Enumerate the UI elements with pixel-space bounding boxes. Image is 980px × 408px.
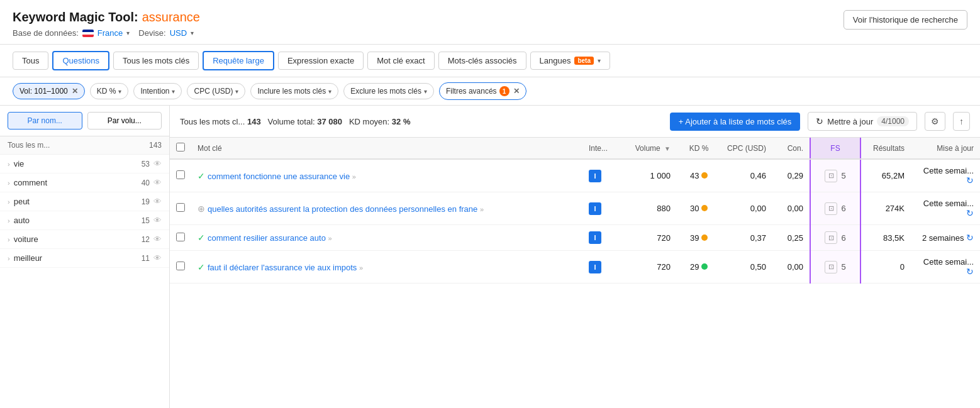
eye-icon[interactable]: 👁 — [153, 178, 162, 187]
row-checkbox[interactable] — [176, 233, 185, 241]
table-row: ✓comment resilier assurance auto » I 720… — [170, 225, 980, 251]
row-refresh-icon[interactable]: ↻ — [966, 175, 974, 185]
sidebar-item-auto[interactable]: › auto 15 👁 — [0, 211, 169, 230]
tab-tous-mots-cles[interactable]: Tous les mots clés — [113, 52, 199, 70]
keywords-table: Mot clé Inte... Volume ▼ KD % CPC (USD) … — [170, 138, 980, 284]
tab-langues[interactable]: Langues beta ▾ — [530, 52, 610, 70]
row-com-cell: 0,00 — [772, 251, 810, 284]
total-count: 143 — [247, 117, 261, 126]
row-fs-cell: ⊡ 6 — [810, 192, 860, 225]
vol-chip-label: Vol: 101–1000 — [19, 87, 68, 96]
tab-requete-large[interactable]: Requête large — [203, 51, 274, 70]
inclure-filter-chip[interactable]: Inclure les mots clés ▾ — [250, 83, 338, 99]
advanced-filter-close-icon[interactable]: ✕ — [513, 87, 520, 96]
volume-value: 37 080 — [317, 117, 342, 126]
sidebar: Par nom... Par volu... Tous les m... 143… — [0, 106, 170, 408]
eye-icon[interactable]: 👁 — [153, 253, 162, 263]
row-refresh-icon[interactable]: ↻ — [966, 267, 974, 277]
row-refresh-icon[interactable]: ↻ — [966, 208, 974, 218]
main-toolbar: Tous les mots cl... 143 Volume total: 37… — [170, 106, 980, 138]
sidebar-item-vie[interactable]: › vie 53 👁 — [0, 155, 169, 174]
tab-tous[interactable]: Tous — [13, 52, 48, 70]
sidebar-item-peut[interactable]: › peut 19 👁 — [0, 192, 169, 211]
keyword-link[interactable]: comment fonctionne une assurance vie — [208, 172, 350, 181]
row-kd-cell: 39 — [677, 225, 721, 251]
currency-link[interactable]: USD — [170, 28, 187, 38]
fs-icon[interactable]: ⊡ — [825, 231, 837, 244]
chevron-right-icon: › — [8, 217, 10, 224]
intent-badge: I — [589, 261, 601, 273]
row-fs-cell: ⊡ 5 — [810, 159, 860, 192]
select-all-checkbox[interactable] — [176, 143, 185, 152]
tab-mot-cle-exact[interactable]: Mot clé exact — [367, 52, 435, 70]
row-checkbox[interactable] — [176, 262, 185, 270]
col-header-keyword: Mot clé — [191, 138, 582, 159]
kd-chevron-icon[interactable]: ▾ — [118, 88, 121, 95]
sidebar-item-count: 40 — [142, 179, 150, 187]
fs-icon[interactable]: ⊡ — [825, 202, 837, 215]
row-update-cell: Cette semai... ↻ — [911, 251, 980, 284]
vol-filter-chip[interactable]: Vol: 101–1000 ✕ — [13, 83, 85, 99]
intention-filter-chip[interactable]: Intention ▾ — [133, 83, 182, 99]
sidebar-item-label: vie — [14, 159, 142, 168]
export-icon[interactable]: ↑ — [953, 112, 970, 131]
table-row: ⊕quelles autorités assurent la protectio… — [170, 192, 980, 225]
sidebar-item-comment[interactable]: › comment 40 👁 — [0, 174, 169, 192]
row-checkbox[interactable] — [176, 203, 185, 212]
intention-chip-label: Intention — [140, 87, 169, 96]
chevron-right-icon: › — [8, 179, 10, 187]
eye-icon[interactable]: 👁 — [153, 197, 162, 206]
eye-icon[interactable]: 👁 — [153, 159, 162, 168]
cpc-chevron-icon[interactable]: ▾ — [235, 88, 238, 95]
exclure-filter-chip[interactable]: Exclure les mots clés ▾ — [343, 83, 434, 99]
cpc-filter-chip[interactable]: CPC (USD) ▾ — [187, 83, 245, 99]
row-checkbox[interactable] — [176, 170, 185, 179]
intention-chevron-icon[interactable]: ▾ — [172, 88, 175, 95]
langues-label: Langues — [540, 56, 571, 65]
sidebar-item-count: 19 — [142, 197, 150, 206]
keyword-link[interactable]: comment resilier assurance auto — [208, 233, 326, 243]
fs-number: 6 — [841, 204, 845, 213]
sidebar-item-label: peut — [14, 197, 142, 206]
eye-icon[interactable]: 👁 — [153, 216, 162, 225]
fs-icon[interactable]: ⊡ — [825, 170, 837, 182]
settings-icon[interactable]: ⚙ — [925, 112, 945, 131]
row-checkbox-cell — [170, 225, 191, 251]
vol-filter-close-icon[interactable]: ✕ — [72, 87, 78, 96]
tab-expression-exacte[interactable]: Expression exacte — [278, 52, 364, 70]
advanced-filter-chip[interactable]: Filtres avancés 1 ✕ — [439, 82, 526, 100]
exclure-chevron-icon[interactable]: ▾ — [424, 88, 427, 95]
exclure-chip-label: Exclure les mots clés — [350, 87, 421, 96]
sidebar-item-voiture[interactable]: › voiture 12 👁 — [0, 230, 169, 249]
inclure-chevron-icon[interactable]: ▾ — [328, 88, 331, 95]
add-to-list-button[interactable]: + Ajouter à la liste de mots clés — [670, 113, 801, 131]
row-volume-cell: 1 000 — [620, 159, 677, 192]
title-prefix: Keyword Magic Tool: — [13, 10, 138, 25]
sidebar-item-label: meilleur — [14, 253, 142, 263]
keyword-link[interactable]: quelles autorités assurent la protection… — [208, 204, 477, 214]
sidebar-tab-par-nom[interactable]: Par nom... — [8, 112, 82, 130]
col-header-volume[interactable]: Volume ▼ — [620, 138, 677, 159]
advanced-filter-badge: 1 — [499, 86, 509, 96]
country-link[interactable]: France — [97, 28, 123, 38]
title-keyword: assurance — [142, 10, 200, 25]
currency-chevron-icon[interactable]: ▾ — [191, 30, 194, 36]
sidebar-item-meilleur[interactable]: › meilleur 11 👁 — [0, 249, 169, 268]
update-button[interactable]: ↻ Mettre à jour 4/1000 — [808, 112, 917, 131]
volume-header-label: Volume — [635, 144, 660, 153]
langues-chevron-icon[interactable]: ▾ — [598, 57, 601, 64]
keyword-link[interactable]: faut il déclarer l'assurance vie aux imp… — [208, 263, 357, 272]
stats-text: Tous les mots cl... 143 Volume total: 37… — [180, 117, 410, 126]
fs-icon[interactable]: ⊡ — [825, 261, 837, 273]
tab-questions[interactable]: Questions — [52, 51, 109, 70]
row-intent-cell: I — [582, 225, 620, 251]
row-refresh-icon[interactable]: ↻ — [966, 233, 974, 243]
sidebar-tab-par-vol[interactable]: Par volu... — [87, 112, 162, 130]
chevron-down-icon[interactable]: ▾ — [126, 30, 130, 36]
kd-filter-chip[interactable]: KD % ▾ — [90, 83, 129, 99]
row-fs-cell: ⊡ 6 — [810, 225, 860, 251]
history-button[interactable]: Voir l'historique de recherche — [844, 10, 967, 30]
eye-icon[interactable]: 👁 — [153, 234, 162, 244]
tab-mots-cles-associes[interactable]: Mots-clés associés — [438, 52, 526, 70]
row-update-cell: 2 semaines ↻ — [911, 225, 980, 251]
